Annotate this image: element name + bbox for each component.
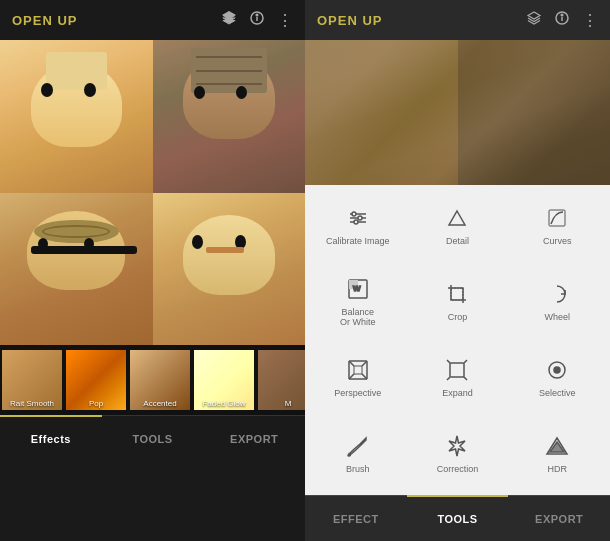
wheel-icon <box>545 282 569 310</box>
more-icon[interactable]: ⋮ <box>277 11 293 30</box>
left-panel: OPEN UP ⋮ <box>0 0 305 541</box>
crop-icon <box>445 282 469 310</box>
perspective-icon <box>346 358 370 386</box>
right-more-icon[interactable]: ⋮ <box>582 11 598 30</box>
thumb-item-3[interactable]: Accented <box>130 350 190 410</box>
svg-point-10 <box>358 216 362 220</box>
svg-marker-12 <box>449 211 465 225</box>
svg-point-5 <box>561 14 563 16</box>
right-nav-tools[interactable]: TOOLS <box>407 495 509 541</box>
curves-icon <box>545 206 569 234</box>
app-title-right: OPEN UP <box>317 13 383 28</box>
wheel-label: Wheel <box>544 312 570 322</box>
hdr-label: HDR <box>547 464 567 474</box>
thumbnail-strip: Rait Smooth Pop Accented Faded Glow M <box>0 345 305 415</box>
tool-curves[interactable]: Curves <box>508 189 606 263</box>
tool-balance[interactable]: W BalanceOr White <box>309 265 407 339</box>
correction-icon <box>445 434 469 462</box>
svg-point-9 <box>352 212 356 216</box>
tools-grid: Calibrate Image Detail Curves <box>305 185 610 495</box>
brush-icon <box>346 434 370 462</box>
layers-icon[interactable] <box>221 10 237 30</box>
tool-correction[interactable]: Correction <box>409 417 507 491</box>
svg-rect-20 <box>450 363 464 377</box>
funko-cell-3 <box>0 193 153 346</box>
app-title-left: OPEN UP <box>12 13 78 28</box>
svg-point-11 <box>354 220 358 224</box>
right-bottom-nav: EFFECT TOOLS EXPORT <box>305 495 610 541</box>
thumb-label-3: Accented <box>130 399 190 408</box>
hdr-icon <box>545 434 569 462</box>
thumb-item-1[interactable]: Rait Smooth <box>2 350 62 410</box>
tool-crop[interactable]: Crop <box>409 265 507 339</box>
info-icon[interactable] <box>249 10 265 30</box>
expand-icon <box>445 358 469 386</box>
expand-label: Expand <box>442 388 473 398</box>
svg-point-2 <box>256 14 258 16</box>
nav-export[interactable]: EXPORT <box>203 415 305 461</box>
crop-label: Crop <box>448 312 468 322</box>
right-layers-icon[interactable] <box>526 10 542 30</box>
right-info-icon[interactable] <box>554 10 570 30</box>
thumb-item-4[interactable]: Faded Glow <box>194 350 254 410</box>
detail-label: Detail <box>446 236 469 246</box>
right-panel: OPEN UP ⋮ <box>305 0 610 541</box>
tool-calibrate[interactable]: Calibrate Image <box>309 189 407 263</box>
left-top-icons: ⋮ <box>221 10 293 30</box>
balance-label: BalanceOr White <box>340 307 376 327</box>
left-bottom-nav: Effects TOOLS EXPORT <box>0 415 305 461</box>
curves-label: Curves <box>543 236 572 246</box>
right-top-icons: ⋮ <box>526 10 598 30</box>
perspective-label: Perspective <box>334 388 381 398</box>
calibrate-icon <box>346 206 370 234</box>
right-nav-export[interactable]: EXPORT <box>508 495 610 541</box>
thumb-item-5[interactable]: M <box>258 350 305 410</box>
tool-wheel[interactable]: Wheel <box>508 265 606 339</box>
tool-brush[interactable]: Brush <box>309 417 407 491</box>
tool-detail[interactable]: Detail <box>409 189 507 263</box>
tool-selective[interactable]: Selective <box>508 341 606 415</box>
selective-label: Selective <box>539 388 576 398</box>
right-image-content <box>305 40 610 185</box>
thumb-label-1: Rait Smooth <box>2 399 62 408</box>
correction-label: Correction <box>437 464 479 474</box>
thumb-label-2: Pop <box>66 399 126 408</box>
thumb-label-5: M <box>258 399 305 408</box>
nav-effects[interactable]: Effects <box>0 415 102 461</box>
tool-hdr[interactable]: HDR <box>508 417 606 491</box>
right-top-bar: OPEN UP ⋮ <box>305 0 610 40</box>
balance-icon: W <box>346 277 370 305</box>
funko-cell-1 <box>0 40 153 193</box>
detail-icon <box>445 206 469 234</box>
right-nav-effect[interactable]: EFFECT <box>305 495 407 541</box>
calibrate-label: Calibrate Image <box>326 236 390 246</box>
funko-cell-4 <box>153 193 306 346</box>
main-image-left <box>0 40 305 345</box>
funko-cell-2 <box>153 40 306 193</box>
tool-perspective[interactable]: Perspective <box>309 341 407 415</box>
svg-rect-17 <box>451 288 463 300</box>
svg-rect-19 <box>354 366 362 374</box>
brush-label: Brush <box>346 464 370 474</box>
tool-expand[interactable]: Expand <box>409 341 507 415</box>
left-top-bar: OPEN UP ⋮ <box>0 0 305 40</box>
svg-text:W: W <box>353 284 361 293</box>
thumb-item-2[interactable]: Pop <box>66 350 126 410</box>
right-main-image <box>305 40 610 185</box>
nav-tools[interactable]: TOOLS <box>102 415 204 461</box>
svg-point-22 <box>554 367 560 373</box>
selective-icon <box>545 358 569 386</box>
thumb-label-4: Faded Glow <box>194 399 254 408</box>
